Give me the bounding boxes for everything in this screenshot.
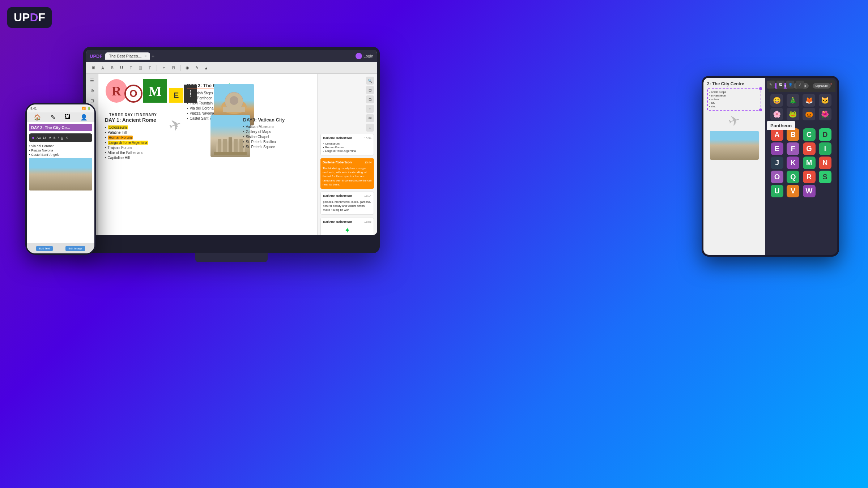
letter-sticker-g[interactable]: G xyxy=(803,142,816,155)
comment-1-item-1: • Colosseum xyxy=(323,142,371,145)
login-button[interactable]: Login xyxy=(356,53,373,59)
phone-content: DAY 2: The City Ce... ● Aa 14 M B I U ✕ … xyxy=(27,122,94,243)
commenter-3-name: Darlene Robertson xyxy=(323,194,352,198)
letter-sticker-r[interactable]: R xyxy=(803,171,816,183)
comment-2-header: Darlene Robertson 15:44 xyxy=(323,160,372,164)
search-panel-icon[interactable]: 🔍 xyxy=(366,77,374,85)
sticker-emoji-3[interactable]: 🦊 xyxy=(803,94,815,107)
rome-letter-e: E xyxy=(169,88,183,103)
phone-tool-2[interactable]: ✎ xyxy=(51,114,55,121)
day3-item-1: •Vatican Museums xyxy=(243,125,314,129)
sticker-emoji-1[interactable]: 😀 xyxy=(770,94,783,107)
letter-sticker-u[interactable]: U xyxy=(771,185,783,197)
letter-sticker-m[interactable]: M xyxy=(803,157,816,169)
tablet-image-icon[interactable]: 🖼 xyxy=(776,81,784,89)
day3-item-2: •Gallery of Maps xyxy=(243,130,314,134)
phone-toolbar: 🏠 ✎ 🖼 👤 xyxy=(27,112,94,122)
tablet-expand-icon[interactable]: ⤢ xyxy=(796,81,804,89)
letter-sticker-s[interactable]: S xyxy=(819,171,831,183)
selection-handle-tr[interactable] xyxy=(759,87,762,90)
pantheon-label: Pantheon xyxy=(767,121,795,130)
comments-panel: 🔍 ⊡ ⊡ ↑ ✉ ↓ Darlene Robertson 15:34 • Co… xyxy=(317,74,377,235)
phone-edit-image-button[interactable]: Edit Image xyxy=(65,246,85,251)
comment-1: Darlene Robertson 15:34 • Colosseum • Ro… xyxy=(320,134,374,155)
toolbar-text-icon[interactable]: A xyxy=(99,64,106,72)
tablet-pencil-icon[interactable]: ✎ xyxy=(767,81,775,89)
letter-sticker-i[interactable]: I xyxy=(819,142,831,155)
phone-tool-4[interactable]: 👤 xyxy=(80,114,88,121)
day3-section: DAY3: Vatican City •Vatican Museums •Gal… xyxy=(243,117,314,150)
tablet-user-icon[interactable]: 👤 xyxy=(786,81,794,89)
sidebar-search-icon[interactable]: ⊕ xyxy=(88,87,96,95)
tablet-top-icons: ✎ 🖼 👤 ⤢ xyxy=(767,81,804,89)
panel-icon-3[interactable]: ⊡ xyxy=(366,95,374,103)
panel-icon-5[interactable]: ✉ xyxy=(366,114,374,122)
toolbar-link-icon[interactable]: ⊡ xyxy=(170,64,177,72)
toolbar-stamp-icon[interactable]: ⊞ xyxy=(90,64,97,72)
comment-4-star: ✦ xyxy=(323,226,371,235)
toolbar-strikethrough-icon[interactable]: S̶ xyxy=(109,64,116,72)
updf-logo: UPDF xyxy=(7,7,52,28)
panel-icon-4[interactable]: ↑ xyxy=(366,105,374,113)
sticker-emoji-2[interactable]: 🎄 xyxy=(787,94,799,107)
toolbar-highlight-icon[interactable]: ⌖ xyxy=(160,64,167,72)
phone-tool-3[interactable]: 🖼 xyxy=(65,114,71,120)
sidebar-pages-icon[interactable]: ☰ xyxy=(88,77,96,85)
sticker-emoji-4[interactable]: 🐱 xyxy=(819,94,831,107)
comment-3-header: Darlene Robertson 16:14 xyxy=(323,194,371,198)
letter-sticker-f[interactable]: F xyxy=(787,142,799,155)
panel-icon-6[interactable]: ↓ xyxy=(366,124,374,132)
letter-sticker-d[interactable]: D xyxy=(819,128,831,141)
toolbar-underline-icon[interactable]: U̲ xyxy=(118,64,125,72)
letter-sticker-o[interactable]: O xyxy=(771,171,783,183)
phone-status-icons: 📶 🔋 xyxy=(82,107,91,110)
day3-item-5: •St. Peter's Square xyxy=(243,145,314,149)
phone-formatting-bar: ● Aa 14 M B I U ✕ xyxy=(29,133,92,142)
active-tab[interactable]: The Best Places.... × xyxy=(105,52,150,60)
comment-2: Darlene Robertson 15:44 The hindwing usu… xyxy=(320,158,374,189)
tab-close-button[interactable]: × xyxy=(145,54,146,58)
letter-sticker-j[interactable]: J xyxy=(771,157,783,169)
letter-sticker-w[interactable]: W xyxy=(803,185,816,197)
sticker-emoji-8[interactable]: 🌺 xyxy=(819,108,831,120)
phone-tool-1[interactable]: 🏠 xyxy=(34,114,41,121)
building-svg xyxy=(214,132,247,155)
letter-sticker-n[interactable]: N xyxy=(819,157,831,169)
sticker-panel-close[interactable]: × xyxy=(830,82,833,86)
tablet-item-4: • az. xyxy=(709,101,759,104)
commenter-4-name: Darlene Robertson xyxy=(323,220,352,224)
toolbar-separator xyxy=(157,65,157,71)
panel-icon-2[interactable]: ⊡ xyxy=(366,86,374,94)
letter-sticker-a[interactable]: A xyxy=(771,128,783,141)
letter-sticker-v[interactable]: V xyxy=(787,185,799,197)
toolbar-font-icon[interactable]: T xyxy=(127,64,135,72)
day1-section: DAY 1: Ancient Rome •Colosseum •Palatine… xyxy=(105,117,206,161)
toolbar-shape-icon[interactable]: ◉ xyxy=(184,64,191,72)
new-tab-button[interactable]: + xyxy=(152,53,154,59)
sticker-emoji-7[interactable]: 🎃 xyxy=(803,108,815,120)
toolbar-fill-icon[interactable]: ▲ xyxy=(203,64,210,72)
sticker-emoji-6[interactable]: 🐸 xyxy=(787,108,799,120)
toolbar-text-strike-icon[interactable]: Ŧ xyxy=(146,64,153,72)
svg-rect-10 xyxy=(214,152,247,155)
letter-sticker-e[interactable]: E xyxy=(771,142,783,155)
toolbar-textbox-icon[interactable]: ▤ xyxy=(137,64,144,72)
laptop-screen: UPDF The Best Places.... × + Login ⊞ A S… xyxy=(86,50,377,235)
comment-1-time: 15:34 xyxy=(364,137,371,140)
comment-1-header: Darlene Robertson 15:34 xyxy=(323,136,371,140)
toolbar: ⊞ A S̶ U̲ T ▤ Ŧ ⌖ ⊡ ◉ ✎ ▲ xyxy=(86,62,377,74)
svg-rect-5 xyxy=(218,139,221,154)
rome-letter-m: M xyxy=(143,79,167,103)
phone-edit-text-button[interactable]: Edit Text xyxy=(36,246,53,251)
comment-4-header: Darlene Robertson 16:56 xyxy=(323,220,371,224)
sticker-emoji-5[interactable]: 🌸 xyxy=(770,108,783,120)
toolbar-sign-icon[interactable]: ✎ xyxy=(193,64,200,72)
letter-sticker-b[interactable]: B xyxy=(787,128,799,141)
comment-4: Darlene Robertson 16:56 ✦ xyxy=(320,218,374,235)
tablet-device: 2: The City Centre • anish Steps • e Pan… xyxy=(702,76,839,257)
svg-point-2 xyxy=(230,96,238,105)
sticker-tab-signature[interactable]: Signature xyxy=(813,83,831,89)
letter-sticker-k[interactable]: K xyxy=(787,157,799,169)
letter-sticker-q[interactable]: Q xyxy=(787,171,799,183)
letter-sticker-c[interactable]: C xyxy=(803,128,816,141)
